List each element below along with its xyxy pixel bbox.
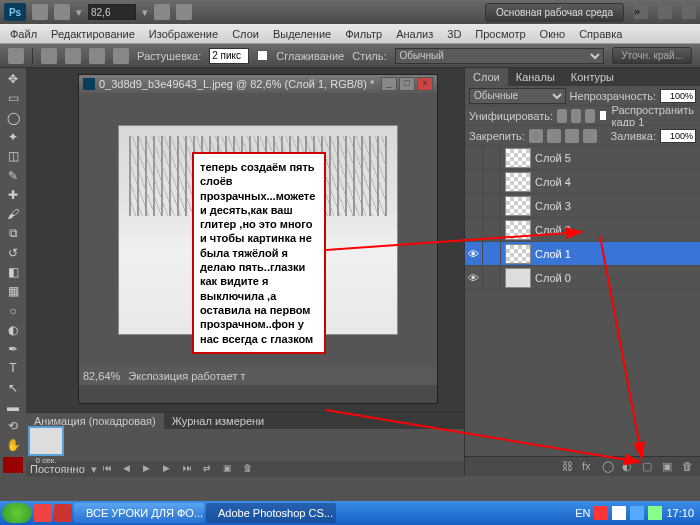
subtract-selection-icon[interactable]	[89, 48, 105, 64]
hand-icon[interactable]	[154, 4, 170, 20]
prev-frame-button[interactable]: ◀	[123, 463, 137, 475]
brush-tool[interactable]: 🖌	[2, 205, 24, 223]
tab-paths[interactable]: Контуры	[563, 68, 622, 86]
blur-tool[interactable]: ○	[2, 301, 24, 319]
menu-analysis[interactable]: Анализ	[390, 26, 439, 42]
style-select[interactable]: Обычный	[395, 48, 605, 64]
type-tool[interactable]: T	[2, 359, 24, 377]
next-frame-button[interactable]: ▶	[163, 463, 177, 475]
lock-all-icon[interactable]	[583, 129, 597, 143]
screen-mode-icon[interactable]	[54, 4, 70, 20]
visibility-toggle[interactable]	[465, 170, 483, 194]
unify-visibility-icon[interactable]	[571, 109, 581, 123]
layer-row[interactable]: Слой 4	[465, 170, 700, 194]
opacity-input[interactable]	[660, 89, 696, 103]
new-frame-button[interactable]: ▣	[223, 463, 237, 475]
refine-edge-button[interactable]: Уточн. край...	[612, 47, 692, 64]
layer-row[interactable]: Слой 3	[465, 194, 700, 218]
shape-tool[interactable]: ▬	[2, 398, 24, 416]
zoom-icon[interactable]	[176, 4, 192, 20]
layer-thumbnail[interactable]	[505, 196, 531, 216]
first-frame-button[interactable]: ⏮	[103, 463, 117, 475]
new-selection-icon[interactable]	[41, 48, 57, 64]
stamp-tool[interactable]: ⧉	[2, 224, 24, 242]
menu-select[interactable]: Выделение	[267, 26, 337, 42]
menu-filter[interactable]: Фильтр	[339, 26, 388, 42]
fill-input[interactable]	[660, 129, 696, 143]
menu-image[interactable]: Изображение	[143, 26, 224, 42]
blend-mode-select[interactable]: Обычные	[469, 88, 566, 104]
app-icon[interactable]	[54, 504, 72, 522]
menu-window[interactable]: Окно	[534, 26, 572, 42]
layer-row[interactable]: 👁Слой 0	[465, 266, 700, 290]
minimize-icon[interactable]: »	[634, 5, 648, 19]
zoom-input[interactable]	[88, 4, 136, 20]
doc-close-button[interactable]: ×	[417, 77, 433, 91]
heal-tool[interactable]: ✚	[2, 186, 24, 204]
menu-layers[interactable]: Слои	[226, 26, 265, 42]
3d-tool[interactable]: ⟲	[2, 417, 24, 435]
menu-edit[interactable]: Редактирование	[45, 26, 141, 42]
language-indicator[interactable]: EN	[575, 507, 590, 519]
clock[interactable]: 17:10	[666, 507, 694, 519]
adjustment-icon[interactable]: ◐	[622, 460, 636, 474]
workspace-switcher[interactable]: Основная рабочая среда	[485, 3, 624, 22]
history-brush-tool[interactable]: ↺	[2, 244, 24, 262]
layer-link-col[interactable]	[483, 218, 501, 242]
propagate-checkbox[interactable]	[599, 110, 607, 121]
intersect-selection-icon[interactable]	[113, 48, 129, 64]
bridge-icon[interactable]	[32, 4, 48, 20]
dodge-tool[interactable]: ◐	[2, 321, 24, 339]
document-titlebar[interactable]: 0_3d8d9_b3e49643_L.jpeg @ 82,6% (Слой 1,…	[79, 75, 437, 93]
mask-icon[interactable]: ◯	[602, 460, 616, 474]
fx-icon[interactable]: fx	[582, 460, 596, 474]
tab-channels[interactable]: Каналы	[508, 68, 563, 86]
lock-transparency-icon[interactable]	[529, 129, 543, 143]
path-tool[interactable]: ↖	[2, 379, 24, 397]
menu-file[interactable]: Файл	[4, 26, 43, 42]
opera-icon[interactable]	[34, 504, 52, 522]
marquee-tool[interactable]: ▭	[2, 89, 24, 107]
eraser-tool[interactable]: ◧	[2, 263, 24, 281]
delete-frame-button[interactable]: 🗑	[243, 463, 257, 475]
doc-zoom[interactable]: 82,64%	[83, 370, 120, 382]
tray-icon[interactable]	[612, 506, 626, 520]
lock-position-icon[interactable]	[565, 129, 579, 143]
layer-row[interactable]: Слой 2	[465, 218, 700, 242]
layer-link-col[interactable]	[483, 242, 501, 266]
eyedropper-tool[interactable]: ✎	[2, 166, 24, 184]
layer-link-col[interactable]	[483, 170, 501, 194]
expand-icon[interactable]	[682, 5, 696, 19]
feather-input[interactable]	[209, 48, 249, 64]
antialias-checkbox[interactable]	[257, 50, 268, 61]
pen-tool[interactable]: ✒	[2, 340, 24, 358]
layer-thumbnail[interactable]	[505, 148, 531, 168]
layer-thumbnail[interactable]	[505, 268, 531, 288]
animation-frame-1[interactable]	[28, 426, 64, 456]
taskbar-item-2[interactable]: Adobe Photoshop CS...	[206, 503, 336, 523]
crop-tool[interactable]: ◫	[2, 147, 24, 165]
taskbar-item-1[interactable]: ВСЕ УРОКИ ДЛЯ ФО...	[74, 503, 204, 523]
wand-tool[interactable]: ✦	[2, 128, 24, 146]
layer-row[interactable]: Слой 5	[465, 146, 700, 170]
tab-measurements[interactable]: Журнал измерени	[164, 413, 273, 429]
unify-style-icon[interactable]	[585, 109, 595, 123]
layer-link-col[interactable]	[483, 146, 501, 170]
lasso-tool[interactable]: ◯	[2, 109, 24, 127]
start-button[interactable]	[2, 503, 32, 523]
tab-layers[interactable]: Слои	[465, 68, 508, 86]
doc-maximize-button[interactable]: □	[399, 77, 415, 91]
doc-minimize-button[interactable]: _	[381, 77, 397, 91]
add-selection-icon[interactable]	[65, 48, 81, 64]
visibility-toggle[interactable]: 👁	[465, 242, 483, 266]
menu-view[interactable]: Просмотр	[469, 26, 531, 42]
play-button[interactable]: ▶	[143, 463, 157, 475]
delete-layer-icon[interactable]: 🗑	[682, 460, 696, 474]
foreground-color[interactable]	[2, 456, 24, 474]
marquee-tool-preset-icon[interactable]	[8, 48, 24, 64]
visibility-toggle[interactable]: 👁	[465, 266, 483, 290]
layer-link-col[interactable]	[483, 194, 501, 218]
tween-button[interactable]: ⇄	[203, 463, 217, 475]
new-layer-icon[interactable]: ▣	[662, 460, 676, 474]
visibility-toggle[interactable]	[465, 194, 483, 218]
